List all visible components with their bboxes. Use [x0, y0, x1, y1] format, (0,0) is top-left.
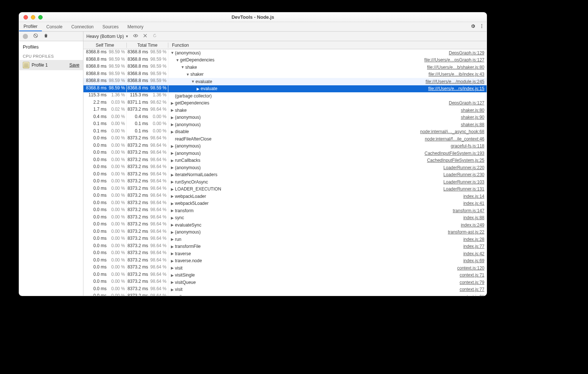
table-row[interactable]: 0.0 ms0.00 %8373.2 ms98.64 %▶webpackLoad… [83, 193, 487, 200]
source-link[interactable]: context.js:79 [460, 280, 484, 285]
chevron-right-icon[interactable]: ▶ [171, 245, 174, 249]
table-row[interactable]: 0.0 ms0.00 %8373.2 ms98.64 %▶traverseind… [83, 250, 487, 257]
col-self-time[interactable]: Self Time [83, 43, 127, 48]
source-link[interactable]: shaker.js:80 [461, 108, 484, 113]
source-link[interactable]: shaker.js:88 [461, 122, 484, 127]
table-row[interactable]: 0.0 ms0.00 %8373.2 ms98.64 %▶webpack5Loa… [83, 200, 487, 207]
chevron-right-icon[interactable]: ▶ [171, 115, 174, 120]
source-link[interactable]: LoaderRunner.js:220 [444, 165, 484, 170]
table-row[interactable]: 115.3 ms1.36 %115.3 ms1.36 %(garbage col… [83, 92, 487, 100]
table-row[interactable]: 0.0 ms0.00 %8373.2 ms98.64 %▶transformtr… [83, 207, 487, 214]
source-link[interactable]: file:///Users/e…psGraph.js:127 [424, 57, 484, 63]
source-link[interactable]: node:internal/f…ile_context:46 [425, 136, 484, 142]
sort-mode-select[interactable]: Heavy (Bottom Up) ▼ [86, 34, 129, 39]
source-link[interactable]: DepsGraph.js:129 [449, 50, 484, 56]
tab-profiler[interactable]: Profiler [19, 22, 42, 31]
clear-icon[interactable] [33, 33, 38, 39]
chevron-right-icon[interactable]: ▶ [171, 209, 174, 213]
chevron-right-icon[interactable]: ▶ [171, 216, 174, 220]
table-row[interactable]: 0.0 ms0.00 %8373.2 ms98.64 %▶(anonymous)… [83, 229, 487, 236]
table-row[interactable]: 0.0 ms0.00 %8373.2 ms98.64 %▶visitQueuec… [83, 279, 487, 286]
chevron-down-icon[interactable]: ▼ [176, 58, 179, 62]
chevron-right-icon[interactable]: ▶ [171, 266, 174, 270]
table-row[interactable]: 0.0 ms0.00 %8373.2 ms98.64 %▶runSyncOrAs… [83, 178, 487, 186]
chevron-down-icon[interactable]: ▼ [171, 51, 174, 55]
chevron-right-icon[interactable]: ▶ [171, 165, 174, 170]
table-row[interactable]: 8368.8 ms98.59 %8368.8 ms98.59 %▶evaluat… [83, 85, 487, 93]
chevron-right-icon[interactable]: ▶ [171, 273, 174, 277]
chevron-right-icon[interactable]: ▶ [171, 151, 174, 155]
source-link[interactable]: LoaderRunner.js:103 [444, 179, 484, 185]
chevron-right-icon[interactable]: ▶ [171, 295, 174, 296]
chevron-right-icon[interactable]: ▶ [171, 122, 174, 127]
refresh-icon[interactable] [152, 33, 157, 39]
source-link[interactable]: index.js:14 [463, 194, 484, 199]
table-row[interactable]: 0.1 ms0.00 %0.1 ms0.00 %▶disablenode:int… [83, 128, 487, 136]
exclude-icon[interactable] [143, 33, 148, 39]
tab-memory[interactable]: Memory [123, 22, 148, 31]
source-link[interactable]: CachedInputFileSystem.js:193 [424, 151, 484, 156]
chevron-right-icon[interactable]: ▶ [196, 87, 200, 91]
table-row[interactable]: 8368.8 ms98.59 %8368.8 ms98.59 %▼getDepe… [83, 57, 487, 64]
table-row[interactable]: 0.0 ms0.00 %8373.2 ms98.64 %▶visitcontex… [83, 264, 487, 272]
source-link[interactable]: transform.js:147 [453, 208, 484, 213]
chevron-down-icon[interactable]: ▼ [186, 72, 190, 76]
source-link[interactable]: LoaderRunner.js:230 [444, 172, 484, 177]
chevron-right-icon[interactable]: ▶ [171, 173, 174, 177]
chevron-down-icon[interactable]: ▼ [191, 79, 195, 83]
source-link[interactable]: index.js:69 [463, 258, 484, 263]
chevron-right-icon[interactable]: ▶ [171, 180, 174, 184]
chevron-right-icon[interactable]: ▶ [171, 187, 174, 191]
source-link[interactable]: transform-ast.js:22 [448, 229, 484, 235]
source-link[interactable]: LoaderRunner.js:131 [444, 186, 484, 192]
profile-item[interactable]: Profile 1 Save [19, 60, 83, 70]
source-link[interactable]: index.js:249 [461, 222, 484, 228]
table-row[interactable]: 8368.8 ms98.59 %8368.8 ms98.59 %▼shakefi… [83, 64, 487, 71]
chevron-right-icon[interactable]: ▶ [171, 230, 174, 234]
table-row[interactable]: 1.7 ms0.02 %8373.2 ms98.64 %▶shakeshaker… [83, 107, 487, 114]
source-link[interactable]: context.js:120 [457, 266, 484, 271]
delete-icon[interactable] [43, 33, 49, 39]
source-link[interactable]: index.js:77 [463, 244, 484, 249]
table-row[interactable]: 0.0 ms0.00 %8373.2 ms98.64 %▶runindex.js… [83, 236, 487, 243]
chevron-right-icon[interactable]: ▶ [171, 288, 174, 292]
chevron-right-icon[interactable]: ▶ [171, 130, 174, 134]
source-link[interactable]: index.js:28 [463, 237, 484, 242]
chevron-right-icon[interactable]: ▶ [171, 252, 174, 256]
chevron-right-icon[interactable]: ▶ [171, 108, 174, 112]
source-link[interactable]: context.js:31 [460, 294, 484, 296]
source-link[interactable]: index.js:41 [463, 201, 484, 206]
source-link[interactable]: file:///Users/e…ib/index.js:43 [429, 72, 484, 77]
table-row[interactable]: 0.0 ms0.00 %8373.2 ms98.64 %▶visitSingle… [83, 272, 487, 279]
table-row[interactable]: 0.0 ms0.00 %8373.2 ms98.64 %▶traverse.no… [83, 257, 487, 265]
settings-icon[interactable] [470, 24, 476, 30]
table-row[interactable]: 0.0 ms0.00 %8373.2 ms98.64 %▶(anonymous)… [83, 150, 487, 157]
source-link[interactable]: file:///Users/e…/module.js:245 [426, 79, 484, 84]
table-row[interactable]: 0.0 ms0.00 %8373.2 ms98.64 %▶LOADER_EXEC… [83, 186, 487, 193]
chevron-right-icon[interactable]: ▶ [171, 202, 174, 206]
chevron-right-icon[interactable]: ▶ [171, 237, 174, 241]
source-link[interactable]: file:///Users/e…rs/index.js:15 [428, 86, 484, 91]
source-link[interactable]: graceful-fs.js:118 [451, 143, 484, 149]
table-row[interactable]: 8368.8 ms98.59 %8368.8 ms98.59 %▼evaluat… [83, 78, 487, 85]
tab-console[interactable]: Console [42, 22, 67, 31]
chevron-right-icon[interactable]: ▶ [171, 158, 174, 163]
source-link[interactable]: CachedInputFileSystem.js:25 [427, 158, 484, 163]
table-row[interactable]: 0.0 ms0.00 %8373.2 ms98.64 %▶transformFi… [83, 243, 487, 250]
table-row[interactable]: 0.0 ms0.00 %8373.2 ms98.64 %▶runCallback… [83, 157, 487, 164]
table-row[interactable]: 0.0 ms0.00 %8373.2 ms98.64 %▶visitcontex… [83, 286, 487, 293]
col-function[interactable]: Function [168, 43, 487, 48]
table-row[interactable]: 0.0 ms0.00 %8373.2 ms98.64 %▶callcontext… [83, 293, 487, 296]
table-row[interactable]: 0.0 ms0.00 %8373.2 ms98.64 %▶iterateNorm… [83, 171, 487, 179]
chevron-right-icon[interactable]: ▶ [171, 280, 174, 284]
table-row[interactable]: 2.2 ms0.03 %8371.1 ms98.62 %▶getDependen… [83, 100, 487, 107]
table-row[interactable]: 0.4 ms0.00 %0.4 ms0.00 %▶(anonymous)shak… [83, 114, 487, 121]
chevron-right-icon[interactable]: ▶ [171, 223, 174, 227]
table-row[interactable]: 8368.8 ms98.59 %8368.8 ms98.59 %▼shakerf… [83, 71, 487, 78]
chevron-right-icon[interactable]: ▶ [171, 259, 174, 263]
table-row[interactable]: 0.0 ms0.00 %8373.2 ms98.64 %▶syncindex.j… [83, 214, 487, 222]
chevron-right-icon[interactable]: ▶ [171, 194, 174, 198]
focus-icon[interactable] [133, 33, 138, 39]
table-row[interactable]: 0.0 ms0.00 %8373.2 ms98.64 %▶(anonymous)… [83, 164, 487, 171]
source-link[interactable]: index.js:88 [463, 215, 484, 220]
